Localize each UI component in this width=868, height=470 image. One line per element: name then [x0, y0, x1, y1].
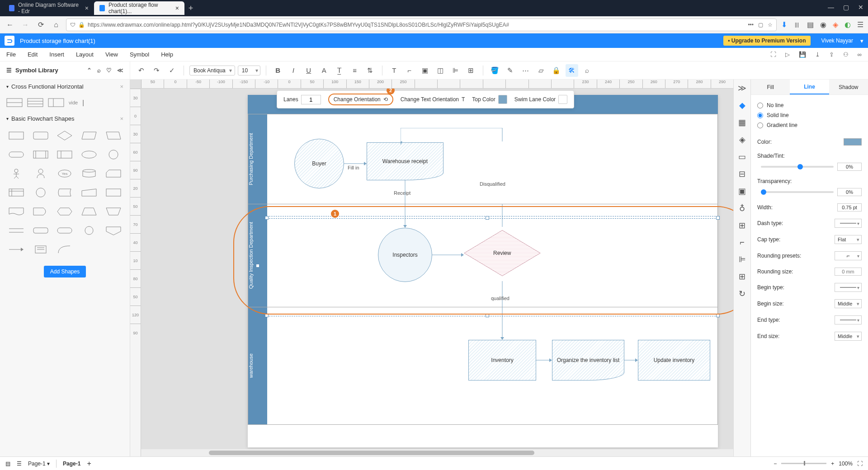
undo-icon[interactable]: ↶ [135, 64, 147, 77]
shape-rect3[interactable] [104, 186, 123, 199]
shape-yes[interactable]: Yes [55, 167, 75, 180]
fullscreen-icon[interactable]: ⛶ [857, 461, 863, 467]
expand-icon[interactable]: ⌃ [87, 67, 92, 74]
shape-parallelogram2[interactable] [104, 129, 123, 142]
distribute-icon[interactable]: ⊞ [465, 64, 477, 77]
maximize-icon[interactable]: ▢ [843, 4, 849, 11]
underline-icon[interactable]: U [302, 64, 315, 77]
begin-type-select[interactable] [835, 283, 862, 292]
menu-icon[interactable]: ☰ [857, 20, 863, 29]
rounding-size-input[interactable] [835, 268, 862, 276]
page-icon[interactable]: ▭ [738, 152, 746, 162]
save-icon[interactable]: 💾 [799, 51, 806, 58]
lane-label-quality[interactable]: Quality Inspection Department [248, 204, 254, 307]
zoom-value[interactable]: 100% [839, 461, 853, 467]
minimize-icon[interactable]: — [828, 4, 834, 11]
shape-internal-storage[interactable] [6, 186, 26, 199]
close-icon[interactable]: × [85, 5, 89, 12]
shape-circle2[interactable] [79, 224, 99, 237]
tab-fill[interactable]: Fill [751, 80, 790, 94]
connector-icon[interactable]: ⌐ [403, 64, 416, 77]
font-color-icon[interactable]: A [318, 64, 330, 77]
canvas-scroll[interactable]: 2 Lanes Change Orientation ⟲ Change Text… [141, 89, 733, 449]
line-style-icon[interactable]: ⋯ [519, 64, 532, 77]
shape-card[interactable] [104, 167, 123, 180]
search-canvas-icon[interactable]: ⌕ [581, 64, 594, 77]
top-color-control[interactable]: Top Color [472, 95, 507, 104]
redo-icon[interactable]: ↷ [150, 64, 163, 77]
resize-handle[interactable] [716, 216, 720, 220]
clip-icon[interactable]: ⌐ [740, 238, 745, 247]
transparency-value[interactable]: 0% [837, 188, 862, 196]
reader-icon[interactable]: ▢ [758, 22, 763, 28]
bookmark-icon[interactable]: ☆ [768, 22, 773, 28]
scroll-thumb[interactable] [209, 451, 534, 455]
begin-size-select[interactable]: Middle [835, 299, 862, 308]
shape-rect[interactable] [6, 129, 26, 142]
menu-symbol[interactable]: Symbol [130, 51, 149, 58]
distribute-tools-icon[interactable]: ⊞ [739, 272, 745, 282]
lane-label-warehouse[interactable]: warehouse [248, 307, 254, 424]
menu-insert[interactable]: Insert [49, 51, 64, 58]
sidebar-icon[interactable]: ▤ [807, 20, 814, 29]
shape-buyer[interactable]: Buyer [294, 139, 344, 188]
shape-diamond[interactable] [55, 129, 75, 142]
italic-icon[interactable]: I [287, 64, 300, 77]
tools-icon[interactable]: 🛠 [566, 64, 578, 77]
shape-cylinder[interactable] [79, 167, 99, 180]
user-name[interactable]: Vivek Nayyar [821, 38, 853, 44]
play-icon[interactable]: ▷ [785, 51, 790, 58]
eraser-icon[interactable]: ▱ [535, 64, 547, 77]
horizontal-scrollbar[interactable] [141, 449, 733, 456]
share-icon[interactable]: ⇪ [829, 51, 834, 58]
app-logo-icon[interactable]: ⊃ [5, 36, 14, 46]
swim-lane-color-control[interactable]: Swim Lane Color [514, 95, 567, 104]
page-list-icon[interactable]: ▤ [5, 461, 10, 467]
new-tab-button[interactable]: + [184, 2, 197, 14]
expand-strip-icon[interactable]: ≫ [738, 83, 746, 93]
download-icon[interactable]: ⬇ [781, 20, 787, 29]
radio-gradient-line[interactable]: Gradient line [757, 120, 862, 130]
shade-slider[interactable] [761, 166, 834, 168]
text-tool-icon[interactable]: T [388, 64, 401, 77]
image-icon[interactable]: ▣ [738, 186, 746, 196]
favorite-icon[interactable]: ♡ [106, 67, 112, 74]
shape-warehouse-receipt[interactable]: Warehouse receipt [367, 142, 443, 180]
user-dropdown-icon[interactable]: ▾ [860, 38, 863, 44]
shape-capsule[interactable] [55, 224, 75, 237]
layers-icon[interactable]: ◈ [739, 135, 745, 145]
width-value[interactable]: 0.75 pt [837, 203, 862, 212]
cap-type-select[interactable]: Flat [835, 235, 862, 244]
resize-handle[interactable] [486, 216, 489, 220]
ext1-icon[interactable]: ◈ [833, 20, 838, 29]
tab-line[interactable]: Line [790, 80, 829, 94]
link-icon[interactable]: ⚇ [843, 51, 849, 58]
org-icon[interactable]: ♁ [739, 203, 745, 213]
group-icon[interactable]: ◫ [434, 64, 447, 77]
cloud-icon[interactable]: ∞ [858, 51, 862, 58]
shade-value[interactable]: 0% [837, 163, 862, 171]
resize-handle[interactable] [256, 264, 259, 268]
end-size-select[interactable]: Middle [835, 332, 862, 341]
zoom-in-icon[interactable]: + [831, 461, 834, 467]
end-type-select[interactable] [835, 315, 862, 324]
reload-icon[interactable]: ⟳ [35, 19, 46, 30]
line-color-icon[interactable]: ✎ [504, 64, 517, 77]
change-orientation-button[interactable]: Change Orientation ⟲ [328, 94, 393, 105]
page-label[interactable]: Page-1 [63, 461, 80, 467]
shape-stored-data[interactable] [55, 186, 75, 199]
resize-handle[interactable] [716, 314, 720, 317]
bold-icon[interactable]: B [272, 64, 284, 77]
shape-inventory[interactable]: Inventory [468, 340, 536, 381]
panel-basic-flowchart[interactable]: ▾ Basic Flowchart Shapes × [0, 112, 130, 126]
outline-icon[interactable]: ☰ [17, 461, 22, 467]
lock-icon[interactable]: 🔒 [550, 64, 563, 77]
library-icon[interactable]: ⫼ [793, 21, 801, 29]
shape-subprocess[interactable] [31, 148, 51, 161]
close-window-icon[interactable]: ✕ [858, 4, 863, 11]
dash-type-select[interactable] [835, 219, 862, 228]
symbol-library-header[interactable]: ☰ Symbol Library ⌃ ⌕ ♡ ≪ [0, 61, 130, 79]
shape-parallelogram[interactable] [79, 129, 99, 142]
shape-hexagon[interactable] [55, 205, 75, 218]
resize-handle[interactable] [486, 314, 489, 317]
